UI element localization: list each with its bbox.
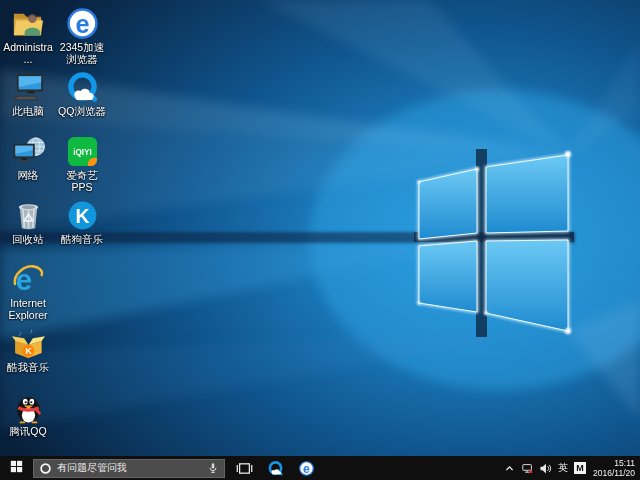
windows-hero-logo (419, 155, 568, 331)
svg-text:e: e (303, 461, 310, 475)
desktop-icon-iqiyi-pps[interactable]: iQIYI爱奇艺PPS (56, 132, 108, 196)
taskbar-buttons: e (229, 456, 322, 480)
network-status-button[interactable] (519, 456, 535, 480)
user-folder-icon (11, 6, 46, 41)
windows-start-icon (10, 459, 23, 477)
clock[interactable]: 15:11 2016/11/20 (589, 458, 640, 478)
search-placeholder: 有问题尽管问我 (57, 461, 207, 475)
chevron-up-icon (503, 462, 516, 475)
ie-icon: e (11, 262, 46, 297)
desktop-icon-qq-browser[interactable]: QQ浏览器 (56, 68, 108, 132)
e2345-icon: e (298, 460, 315, 477)
recycle-bin-icon (11, 198, 46, 233)
qqbrowser-icon (267, 460, 284, 477)
desktop-icon-recycle-bin[interactable]: 回收站 (2, 196, 54, 260)
svg-text:K: K (25, 346, 32, 356)
volume-button[interactable] (537, 456, 553, 480)
task-view-icon (236, 460, 253, 477)
clock-time: 15:11 (593, 458, 635, 468)
speaker-icon (539, 462, 552, 475)
desktop-icon-label: 酷我音乐 (7, 362, 49, 374)
microphone-icon[interactable] (207, 462, 219, 474)
qq-icon (11, 390, 46, 425)
desktop-icon-network[interactable]: 网络 (2, 132, 54, 196)
desktop-icon-label: Internet Explorer (2, 298, 54, 322)
desktop-icon-label: QQ浏览器 (58, 106, 106, 118)
desktop-icon-internet-explorer[interactable]: eInternet Explorer (2, 260, 54, 324)
desktop-icon-label: 回收站 (12, 234, 44, 246)
desktop-icons: Administra...此电脑网络回收站eInternet Explorer♪… (2, 4, 108, 452)
desktop-icon-kugou-music[interactable]: K酷狗音乐 (56, 196, 108, 260)
svg-text:e: e (75, 10, 89, 38)
system-tray: 英 M 15:11 2016/11/20 (501, 456, 640, 480)
desktop-icon-label: 网络 (18, 170, 39, 182)
desktop-icon-label: 腾讯QQ (9, 426, 46, 438)
desktop-icon-label: 此电脑 (12, 106, 44, 118)
task-view-button[interactable] (229, 456, 260, 480)
desktop-icon-label: 2345加速浏览器 (56, 42, 108, 66)
desktop-icon-tencent-qq[interactable]: 腾讯QQ (2, 388, 54, 452)
ime-mode-badge[interactable]: M (574, 462, 586, 474)
this-pc-icon (11, 70, 46, 105)
e2345-icon: e (65, 6, 100, 41)
show-hidden-icons-button[interactable] (501, 456, 517, 480)
desktop-icon-2345-browser[interactable]: e2345加速浏览器 (56, 4, 108, 68)
desktop-icon-label: 爱奇艺PPS (56, 170, 108, 194)
iqiyi-icon: iQIYI (65, 134, 100, 169)
kugou-icon: K (65, 198, 100, 233)
desktop-icon-this-pc[interactable]: 此电脑 (2, 68, 54, 132)
desktop-icon-kuwo-music[interactable]: ♪♪K酷我音乐 (2, 324, 54, 388)
2345-browser-button[interactable]: e (291, 456, 322, 480)
desktop: Administra...此电脑网络回收站eInternet Explorer♪… (0, 0, 640, 456)
network-disconnected-icon (521, 462, 534, 475)
desktop-icon-column-2: e2345加速浏览器QQ浏览器iQIYI爱奇艺PPSK酷狗音乐 (56, 4, 108, 452)
desktop-icon-label: 酷狗音乐 (61, 234, 103, 246)
desktop-icon-column-1: Administra...此电脑网络回收站eInternet Explorer♪… (2, 4, 54, 452)
cortana-icon (39, 462, 52, 475)
desktop-icon-administrator[interactable]: Administra... (2, 4, 54, 68)
taskbar: 有问题尽管问我 e 英 M 15:11 2016/11/20 (0, 456, 640, 480)
input-language-indicator[interactable]: 英 (555, 456, 571, 480)
qqbrowser-icon (65, 70, 100, 105)
qq-browser-button[interactable] (260, 456, 291, 480)
start-button[interactable] (0, 456, 33, 480)
network-icon (11, 134, 46, 169)
clock-date: 2016/11/20 (593, 468, 635, 478)
svg-text:K: K (75, 205, 89, 227)
kuwo-icon: ♪♪K (11, 326, 46, 361)
search-box[interactable]: 有问题尽管问我 (33, 459, 225, 478)
svg-text:♪: ♪ (17, 328, 21, 338)
desktop-icon-label: Administra... (2, 42, 54, 66)
svg-text:iQIYI: iQIYI (73, 148, 92, 157)
svg-text:♪: ♪ (29, 327, 32, 334)
